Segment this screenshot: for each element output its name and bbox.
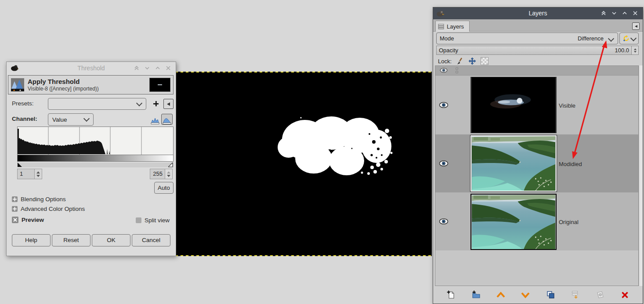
new-layer-group-button[interactable] [468, 289, 483, 300]
minimize-icon[interactable] [609, 9, 619, 17]
visible-layer-thumbnail-art [471, 77, 556, 133]
reset-button[interactable]: Reset [52, 234, 90, 246]
presets-combobox[interactable] [48, 98, 146, 110]
triangle-left-icon [635, 25, 637, 28]
auto-button[interactable]: Auto [154, 182, 174, 194]
anchor-mask-icon [596, 290, 604, 299]
original-layer-thumbnail-art [471, 195, 556, 249]
close-icon[interactable] [630, 9, 640, 17]
layer-row-modidied[interactable]: Modidied [435, 134, 638, 192]
channel-combobox[interactable]: Value [48, 113, 94, 126]
layer-thumbnail[interactable] [470, 135, 557, 192]
close-icon[interactable] [163, 64, 173, 72]
delete-x-icon [621, 291, 629, 299]
threshold-tool-icon [11, 78, 24, 91]
delete-layer-button[interactable] [618, 289, 633, 300]
presets-menu-button[interactable] [163, 99, 174, 109]
arrow-up-icon [496, 291, 506, 298]
maximize-icon[interactable] [620, 9, 630, 17]
dockable-tab-bar: Layers [433, 19, 643, 32]
high-handle[interactable] [168, 163, 173, 167]
histogram-linear-button[interactable] [150, 115, 160, 124]
threshold-titlebar[interactable]: Threshold [7, 62, 176, 74]
eye-icon[interactable] [439, 102, 449, 108]
histogram-log-button[interactable] [161, 114, 173, 125]
modidied-layer-thumbnail-art [471, 136, 556, 191]
low-threshold-spinbox[interactable]: 1 [17, 169, 42, 179]
histogram-panel[interactable] [17, 127, 174, 162]
dialog-subtitle: Visible-8 ([Annecy] (imported)) [28, 86, 99, 92]
eye-icon[interactable] [439, 218, 449, 224]
layer-thumbnail[interactable] [470, 194, 557, 250]
low-threshold-value[interactable]: 1 [17, 169, 35, 179]
duplicate-layer-button[interactable] [543, 289, 558, 300]
layer-name[interactable]: Modidied [559, 161, 582, 167]
layers-window: Layers Layers Mode Difference [433, 7, 643, 304]
maximize-icon[interactable] [153, 64, 163, 72]
lock-pixels-brush-icon[interactable] [456, 57, 464, 65]
raise-layer-button[interactable] [493, 289, 508, 300]
blending-options-expander[interactable]: Blending Options [12, 196, 66, 203]
layer-row-original[interactable]: Original [435, 192, 638, 250]
image-thumbnail [149, 78, 170, 92]
split-view-checkbox[interactable]: Split view [136, 217, 170, 224]
plus-icon [153, 101, 159, 107]
minimize-icon[interactable] [142, 64, 152, 72]
triangle-left-icon [167, 102, 170, 106]
dialog-title: Apply Threshold [28, 78, 99, 86]
linear-histogram-icon [151, 117, 159, 124]
low-handle[interactable] [18, 163, 22, 167]
log-histogram-icon [163, 117, 171, 124]
high-threshold-spinbox[interactable]: 255 [150, 169, 173, 179]
channel-label: Channel: [12, 113, 37, 125]
reset-icon [623, 35, 630, 42]
anchor-layer-button[interactable] [593, 289, 608, 300]
cancel-button[interactable]: Cancel [132, 234, 170, 246]
layers-tab[interactable]: Layers [435, 21, 470, 32]
high-threshold-value[interactable]: 255 [150, 169, 165, 179]
mode-default-switch-button[interactable] [619, 33, 639, 44]
blending-options-label: Blending Options [21, 196, 66, 203]
layer-name[interactable]: Original [559, 219, 579, 225]
layer-list[interactable]: Visible Modidied Original [435, 65, 639, 286]
eye-icon[interactable] [439, 160, 449, 166]
mode-label: Mode [437, 35, 454, 42]
merge-down-button[interactable] [568, 289, 582, 300]
opacity-value: 100.0 [615, 47, 631, 54]
layer-row-visible[interactable]: Visible [435, 76, 638, 134]
new-layer-button[interactable] [443, 289, 458, 300]
advanced-color-options-expander[interactable]: Advanced Color Options [12, 206, 85, 212]
low-spin-arrows[interactable] [35, 169, 42, 179]
layer-list-header [435, 66, 638, 76]
lock-position-move-icon[interactable] [468, 57, 476, 65]
scrollbar[interactable] [639, 65, 643, 286]
layers-stack-icon [438, 24, 445, 29]
preview-checkbox[interactable]: Preview [12, 217, 44, 223]
layer-thumbnail[interactable] [470, 77, 557, 133]
new-group-icon [471, 290, 481, 299]
arrow-down-icon [521, 291, 530, 298]
opacity-slider[interactable]: Opacity 100.0 [436, 46, 632, 55]
layers-titlebar[interactable]: Layers [433, 7, 643, 19]
shade-window-icon[interactable] [132, 64, 141, 72]
high-spin-arrows[interactable] [165, 169, 173, 179]
gradient-bar [18, 155, 173, 161]
presets-label: Presets: [12, 98, 34, 109]
mode-value: Difference [578, 35, 604, 42]
opacity-spin-arrows[interactable] [632, 46, 639, 55]
help-button[interactable]: Help [12, 234, 51, 246]
lock-row: Lock: [438, 56, 488, 66]
lower-layer-button[interactable] [518, 289, 533, 300]
chevron-down-icon [83, 116, 90, 122]
layer-name[interactable]: Visible [559, 102, 575, 109]
add-preset-button[interactable] [151, 98, 161, 109]
dockable-menu-button[interactable] [632, 22, 640, 30]
image-canvas[interactable] [175, 72, 432, 256]
preview-label: Preview [22, 217, 44, 223]
layer-mode-dropdown[interactable]: Mode Difference [436, 33, 618, 44]
threshold-range-slider[interactable] [17, 163, 174, 167]
ok-button[interactable]: OK [92, 234, 130, 246]
expand-plus-icon [12, 206, 18, 212]
lock-alpha-icon[interactable] [481, 57, 488, 65]
shade-window-icon[interactable] [599, 9, 608, 17]
